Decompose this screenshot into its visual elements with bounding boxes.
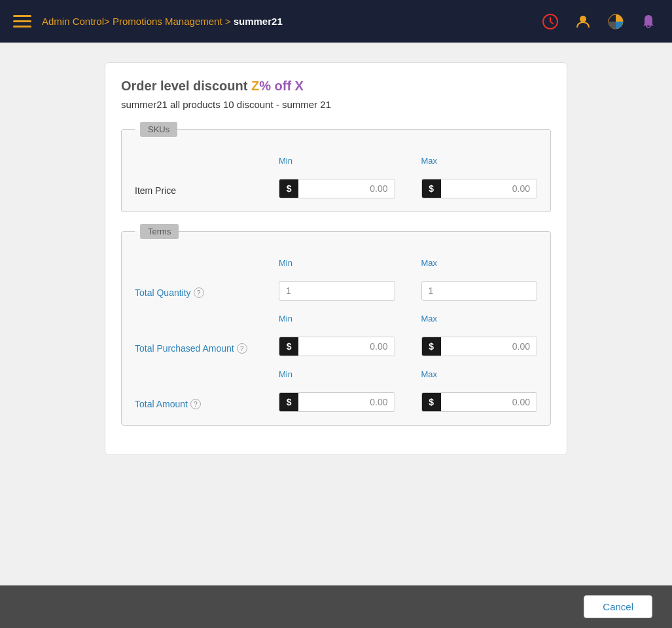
total-purchased-help-icon[interactable]: ? [237,343,247,354]
ta-headers: Min Max [279,369,537,382]
header-left: Admin Control> Promotions Management > s… [13,15,283,28]
skus-max-col: Max [421,156,538,168]
ta-min-label: Min [279,369,395,379]
total-amount-max-input[interactable] [441,393,537,411]
svg-line-2 [550,22,553,24]
breadcrumb-admin[interactable]: Admin Control [42,16,104,27]
dollar-prefix-ip-max: $ [422,179,441,198]
skus-max-label: Max [421,156,538,166]
bell-icon[interactable] [638,11,659,32]
skus-header-row: Min Max [135,156,537,168]
total-qty-max-input[interactable] [421,281,538,301]
total-amount-min-input[interactable] [298,393,394,411]
title-part3: Z [251,79,259,93]
title-part4: % off X [259,79,304,93]
total-purchased-min-group: $ [279,337,395,356]
dollar-prefix-ta-min: $ [279,393,298,411]
dollar-prefix-tp-max: $ [422,337,441,356]
item-price-label: Item Price [135,179,279,196]
clock-icon[interactable] [540,11,561,32]
total-quantity-label: Total Quantity ? [135,281,279,298]
header-icons [540,11,659,32]
breadcrumb-promo[interactable]: Promotions Management [113,16,222,27]
tp-min-label: Min [279,314,395,323]
item-price-inputs: $ $ [279,179,537,198]
tq-max-label: Max [421,258,538,268]
total-purchased-max-group: $ [421,337,538,356]
title-part1: Order [121,79,160,93]
user-icon[interactable] [573,11,593,32]
item-price-row: Item Price $ $ [135,179,537,198]
total-amount-inputs: $ $ [279,392,537,412]
item-price-max-input[interactable] [441,179,537,198]
item-price-min-input[interactable] [298,179,394,198]
dollar-prefix-ta-max: $ [422,393,441,411]
total-amount-block: Min Max Total Amount ? [135,369,537,412]
total-amount-row: Total Amount ? $ $ [135,392,537,412]
chart-icon[interactable] [605,11,626,32]
breadcrumb-current: summer21 [234,16,283,27]
skus-minmax-headers: Min Max [279,156,537,168]
title-part2: level discount [160,79,251,93]
total-purchased-row: Total Purchased Amount ? $ $ [135,337,537,356]
total-quantity-help-icon[interactable]: ? [194,287,204,298]
total-quantity-inputs [279,281,537,301]
breadcrumb: Admin Control> Promotions Management > s… [42,16,283,27]
tq-header-row: Min Max [135,258,537,270]
total-qty-min-input[interactable] [279,281,395,301]
total-purchased-label: Total Purchased Amount ? [135,337,279,354]
tq-headers: Min Max [279,258,537,270]
promotion-card: Order level discount Z% off X summer21 a… [105,62,567,455]
breadcrumb-sep1: > [104,16,113,27]
cancel-button[interactable]: Cancel [584,595,652,618]
dollar-prefix-ip-min: $ [279,179,298,198]
ta-header-row: Min Max [135,369,537,382]
skus-min-col: Min [279,156,395,168]
item-price-min-col: $ [279,179,395,198]
skus-min-label: Min [279,156,395,166]
dollar-prefix-tp-min: $ [279,337,298,356]
item-price-max-input-group: $ [421,179,538,198]
tp-header-row: Min Max [135,314,537,326]
total-purchased-inputs: $ $ [279,337,537,356]
hamburger-menu[interactable] [13,15,31,28]
tp-headers: Min Max [279,314,537,326]
card-title: Order level discount Z% off X [121,79,551,94]
tp-max-label: Max [421,314,538,323]
total-quantity-row: Total Quantity ? [135,281,537,301]
total-purchased-max-input[interactable] [441,337,537,356]
total-purchased-block: Min Max Total Purchased Amount ? [135,314,537,356]
footer: Cancel [0,585,672,628]
ta-max-label: Max [421,369,538,379]
total-amount-label: Total Amount ? [135,392,279,409]
total-purchased-min-input[interactable] [298,337,394,356]
main-content: Order level discount Z% off X summer21 a… [0,43,672,585]
item-price-min-input-group: $ [279,179,395,198]
total-amount-help-icon[interactable]: ? [190,399,201,409]
total-amount-min-group: $ [279,392,395,412]
skus-legend: SKUs [140,122,177,137]
card-subtitle: summer21 all products 10 discount - summ… [121,99,551,110]
header: Admin Control> Promotions Management > s… [0,0,672,43]
terms-legend: Terms [140,224,179,239]
total-quantity-block: Min Max Total Quantity ? [135,258,537,301]
total-amount-max-group: $ [421,392,538,412]
terms-section: Terms Min Max Total Qu [121,225,551,426]
skus-section: SKUs Min Max Item Price [121,123,551,212]
breadcrumb-sep2: > [222,16,234,27]
item-price-max-col: $ [421,179,538,198]
svg-point-3 [580,16,586,22]
tq-min-label: Min [279,258,395,268]
